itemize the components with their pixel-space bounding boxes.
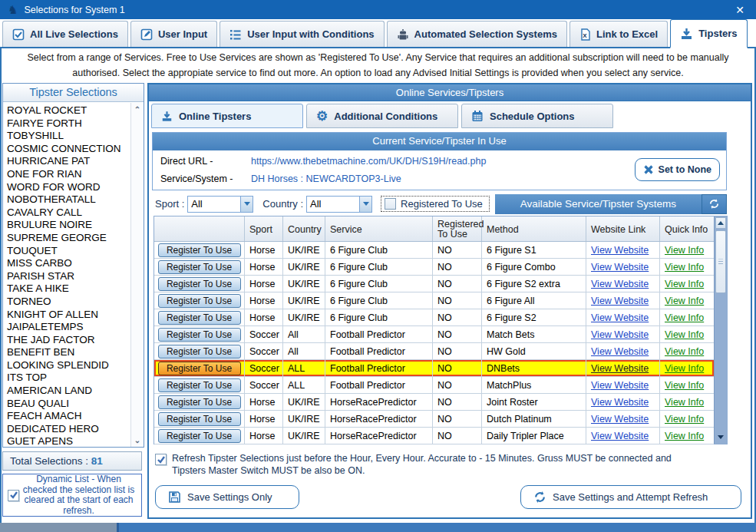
sport-dropdown[interactable]: All xyxy=(187,196,253,213)
register-to-use-button[interactable]: Register To Use xyxy=(158,412,241,426)
scroll-down-icon[interactable]: ⌄ xyxy=(131,436,144,444)
register-to-use-button[interactable]: Register To Use xyxy=(158,294,241,308)
cell-registered: NO xyxy=(433,343,482,359)
register-to-use-button[interactable]: Register To Use xyxy=(158,378,241,392)
tab-tipsters[interactable]: Tipsters xyxy=(670,19,747,48)
save-settings-only-button[interactable]: Save Settings Only xyxy=(155,485,299,509)
refresh-list-button[interactable] xyxy=(702,194,727,214)
view-website-link[interactable]: View Website xyxy=(591,380,649,391)
list-item[interactable]: TORNEO xyxy=(7,296,130,309)
view-website-link[interactable]: View Website xyxy=(591,346,649,357)
list-item[interactable]: COSMIC CONNECTION xyxy=(7,143,130,156)
register-to-use-button[interactable]: Register To Use xyxy=(158,362,241,375)
list-item[interactable]: DEDICATED HERO xyxy=(7,423,130,436)
list-item[interactable]: KNIGHT OF ALLEN xyxy=(7,309,130,322)
list-item[interactable]: AMERICAN LAND xyxy=(7,385,130,398)
view-info-link[interactable]: View Info xyxy=(665,262,704,273)
scroll-down-icon[interactable] xyxy=(715,431,726,443)
scroll-up-icon[interactable] xyxy=(715,217,726,229)
country-dropdown[interactable]: All xyxy=(306,196,372,213)
tab-online-tipsters[interactable]: Online Tipsters xyxy=(151,104,303,128)
list-item[interactable]: WORD FOR WORD xyxy=(7,181,130,194)
list-item[interactable]: ONE FOR RIAN xyxy=(7,168,130,181)
save-settings-and-refresh-button[interactable]: Save Settings and Attempt Refresh xyxy=(520,485,741,509)
registered-to-use-checkbox[interactable] xyxy=(385,198,396,210)
bottom-edge-segment xyxy=(0,523,119,532)
register-to-use-button[interactable]: Register To Use xyxy=(158,395,241,409)
view-website-link[interactable]: View Website xyxy=(591,431,649,441)
list-item[interactable]: LOOKING SPLENDID xyxy=(7,359,130,372)
list-item[interactable]: FEACH AMACH xyxy=(7,410,130,423)
refresh-icon xyxy=(533,491,546,504)
tipster-selections-list[interactable]: ROYAL ROCKETFAIRYE FORTHTOBYSHILLCOSMIC … xyxy=(3,103,144,447)
col-website: Website Link xyxy=(586,216,660,241)
list-item[interactable]: CAVALRY CALL xyxy=(7,207,130,220)
set-to-none-button[interactable]: Set to None xyxy=(635,158,720,181)
tab-user-input-with-conditions[interactable]: User Input with Conditions xyxy=(220,21,384,47)
view-info-link[interactable]: View Info xyxy=(665,245,704,256)
list-item[interactable]: SUPREME GEORGE xyxy=(7,232,130,245)
list-item[interactable]: TAKE A HIKE xyxy=(7,283,130,296)
view-info-link[interactable]: View Info xyxy=(665,431,704,441)
list-item[interactable]: FAIRYE FORTH xyxy=(7,117,130,131)
tab-additional-conditions[interactable]: ⚙ Additional Conditions xyxy=(306,104,458,128)
view-website-link[interactable]: View Website xyxy=(591,262,649,273)
list-item[interactable]: ROYAL ROCKET xyxy=(7,104,130,117)
view-info-link[interactable]: View Info xyxy=(665,296,704,306)
view-info-link[interactable]: View Info xyxy=(665,397,704,408)
list-item[interactable]: JAIPALETEMPS xyxy=(7,321,130,334)
registered-to-use-filter[interactable]: Registered To Use xyxy=(381,197,489,211)
table-scrollbar[interactable] xyxy=(714,216,727,444)
dropdown-arrow-icon[interactable] xyxy=(359,197,371,212)
register-to-use-button[interactable]: Register To Use xyxy=(158,345,241,359)
view-website-link[interactable]: View Website xyxy=(591,296,649,306)
refresh-schedule-checkbox[interactable] xyxy=(155,454,167,465)
tab-user-input[interactable]: User Input xyxy=(130,21,217,47)
tab-link-to-excel[interactable]: X Link to Excel xyxy=(569,21,668,47)
register-to-use-button[interactable]: Register To Use xyxy=(158,311,241,325)
list-item[interactable]: NOBOTHERATALL xyxy=(7,193,130,207)
list-item[interactable]: ITS TOP xyxy=(7,372,130,385)
view-website-link[interactable]: View Website xyxy=(591,329,649,340)
list-item[interactable]: GUET APENS xyxy=(7,435,130,447)
dynamic-list-note: Dynamic List - When checked the selectio… xyxy=(19,474,138,516)
list-item[interactable]: BEAU QUALI xyxy=(7,398,130,411)
view-info-link[interactable]: View Info xyxy=(665,414,704,425)
list-item[interactable]: THE JAD FACTOR xyxy=(7,334,130,347)
register-to-use-button[interactable]: Register To Use xyxy=(158,429,241,443)
list-item[interactable]: BRULURE NOIRE xyxy=(7,219,130,232)
dynamic-list-checkbox[interactable] xyxy=(8,490,19,501)
view-website-link[interactable]: View Website xyxy=(591,279,649,289)
view-website-link[interactable]: View Website xyxy=(591,363,649,374)
list-scrollbar[interactable]: ⌃ ⌄ xyxy=(130,103,144,447)
view-info-link[interactable]: View Info xyxy=(665,363,704,374)
view-info-link[interactable]: View Info xyxy=(665,380,704,391)
register-to-use-button[interactable]: Register To Use xyxy=(158,260,241,274)
direct-url-link[interactable]: https://www.thebetmachine.com/UK/DH/S19H… xyxy=(251,156,486,167)
view-info-link[interactable]: View Info xyxy=(665,312,704,323)
register-to-use-button[interactable]: Register To Use xyxy=(158,243,241,257)
scrollbar-thumb[interactable] xyxy=(715,230,726,293)
view-info-link[interactable]: View Info xyxy=(665,279,704,289)
list-item[interactable]: TOBYSHILL xyxy=(7,130,130,143)
view-info-link[interactable]: View Info xyxy=(665,346,704,357)
view-website-link[interactable]: View Website xyxy=(591,414,649,425)
register-to-use-button[interactable]: Register To Use xyxy=(158,328,241,342)
view-website-link[interactable]: View Website xyxy=(591,397,649,408)
scroll-up-icon[interactable]: ⌃ xyxy=(131,105,144,114)
view-website-link[interactable]: View Website xyxy=(591,245,649,256)
list-item[interactable]: BENEFIT BEN xyxy=(7,346,130,359)
tab-all-live-selections[interactable]: All Live Selections xyxy=(2,21,128,47)
list-item[interactable]: MISS CARBO xyxy=(7,257,130,270)
view-website-link[interactable]: View Website xyxy=(591,312,649,323)
close-icon[interactable]: ✕ xyxy=(731,4,748,16)
service-system-label: Service/System - xyxy=(160,173,251,184)
tab-automated-selection-systems[interactable]: Automated Selection Systems xyxy=(387,21,567,47)
dropdown-arrow-icon[interactable] xyxy=(240,197,253,212)
tab-schedule-options[interactable]: Schedule Options xyxy=(461,104,613,128)
list-item[interactable]: PARISH STAR xyxy=(7,270,130,283)
list-item[interactable]: HURRICANE PAT xyxy=(7,155,130,168)
list-item[interactable]: TOUQUET xyxy=(7,245,130,258)
register-to-use-button[interactable]: Register To Use xyxy=(158,277,241,291)
view-info-link[interactable]: View Info xyxy=(665,329,704,340)
